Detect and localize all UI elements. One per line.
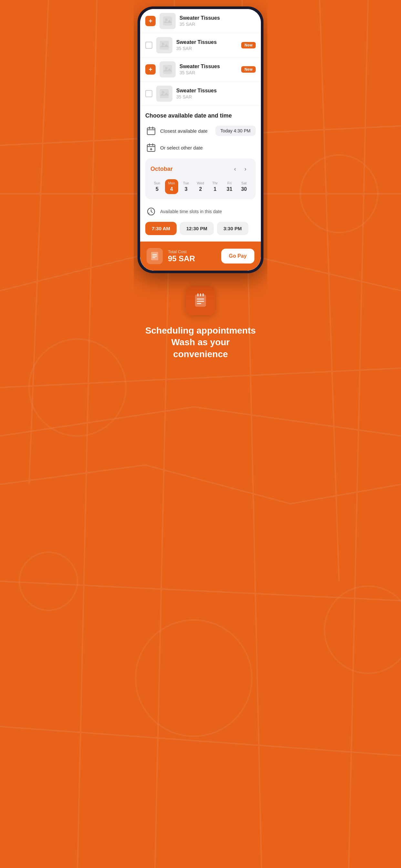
section-title: Choose available date and time: [145, 113, 256, 119]
app-icon-large: [186, 286, 215, 315]
calendar-day[interactable]: Sun5: [150, 179, 164, 194]
time-slots-header: Available time slots in this date: [145, 206, 256, 217]
svg-rect-29: [160, 89, 169, 98]
product-price-1: 35 SAR: [180, 22, 256, 27]
calendar-day[interactable]: Wed2: [194, 179, 207, 194]
time-slots-label: Available time slots in this date: [160, 209, 222, 214]
other-date-row[interactable]: Or select other date: [145, 142, 256, 153]
date-time-section: Choose available date and time Closest a…: [140, 106, 261, 242]
day-number: 2: [199, 186, 202, 192]
closest-date-label: Closest available date: [160, 128, 212, 134]
time-slot-button[interactable]: 12:30 PM: [180, 222, 214, 235]
footer-bar: Total Cost 95 SAR Go Pay: [140, 242, 261, 271]
product-name-2: Sweater Tissues: [176, 39, 237, 45]
day-name: Tue: [183, 181, 189, 185]
tagline-line2: Wash as your convenience: [143, 337, 258, 360]
svg-rect-25: [160, 41, 169, 50]
svg-point-30: [162, 91, 164, 94]
product-price-2: 35 SAR: [176, 46, 237, 51]
add-to-cart-button-1[interactable]: +: [145, 16, 156, 26]
phone-frame: + Sweater Tissues 35 SAR: [137, 6, 264, 273]
calendar-next-button[interactable]: ›: [240, 164, 251, 174]
phone-wrapper: + Sweater Tissues 35 SAR: [134, 0, 267, 273]
product-info-1: Sweater Tissues 35 SAR: [180, 15, 256, 27]
calendar-icon: [145, 125, 157, 136]
time-slot-button[interactable]: 7:30 AM: [145, 222, 177, 235]
calendar-day[interactable]: Tue3: [180, 179, 193, 194]
total-cost-label: Total Cost: [168, 249, 216, 254]
time-slot-button[interactable]: 3:30 PM: [217, 222, 248, 235]
calendar: Octobar ‹ › Sun5Mon4Tue3Wed2Thr1Fri31Sat…: [145, 159, 256, 199]
calendar-day[interactable]: Fri31: [223, 179, 236, 194]
day-number: 4: [170, 186, 173, 192]
calendar-header: Octobar ‹ ›: [150, 164, 251, 174]
product-name-3: Sweater Tissues: [180, 64, 237, 69]
tagline-line1: Scheduling appointments: [143, 325, 258, 337]
day-number: 5: [156, 186, 158, 192]
product-image-2: [156, 37, 173, 53]
clock-icon: [145, 206, 157, 217]
product-image-4: [156, 86, 173, 102]
new-badge-3: New: [241, 66, 256, 73]
product-list: + Sweater Tissues 35 SAR: [140, 9, 261, 106]
product-info-4: Sweater Tissues 35 SAR: [176, 88, 256, 99]
closest-date-value: Today 4:30 PM: [215, 126, 256, 136]
screen-content: + Sweater Tissues 35 SAR: [140, 9, 261, 271]
add-to-cart-button-3[interactable]: +: [145, 64, 156, 74]
svg-point-26: [162, 42, 164, 45]
phone-screen: + Sweater Tissues 35 SAR: [140, 9, 261, 271]
product-checkbox-4[interactable]: [145, 90, 152, 97]
day-number: 3: [185, 186, 188, 192]
svg-rect-49: [195, 294, 206, 307]
product-image-3: [159, 61, 176, 78]
list-item: Sweater Tissues 35 SAR New: [140, 33, 261, 58]
product-info-3: Sweater Tissues 35 SAR: [180, 64, 237, 75]
calendar-month: Octobar: [150, 166, 230, 173]
list-item: Sweater Tissues 35 SAR: [140, 82, 261, 106]
calendar-day[interactable]: Sat30: [237, 179, 251, 194]
product-checkbox-2[interactable]: [145, 42, 152, 49]
list-item: + Sweater Tissues 35 SAR: [140, 58, 261, 82]
calendar-plus-icon: [145, 142, 157, 153]
time-slots-section: Available time slots in this date 7:30 A…: [145, 206, 256, 235]
day-name: Wed: [197, 181, 204, 185]
svg-rect-23: [163, 17, 172, 26]
day-name: Mon: [168, 181, 175, 185]
day-number: 30: [241, 186, 247, 192]
day-name: Sat: [241, 181, 247, 185]
bottom-section: Scheduling appointments Wash as your con…: [134, 273, 267, 376]
other-date-label: Or select other date: [160, 145, 256, 151]
svg-point-28: [165, 67, 167, 69]
total-cost-info: Total Cost 95 SAR: [168, 249, 216, 263]
total-cost-amount: 95 SAR: [168, 254, 216, 263]
day-number: 31: [227, 186, 233, 192]
calendar-days-grid: Sun5Mon4Tue3Wed2Thr1Fri31Sat30: [150, 179, 251, 194]
product-name-4: Sweater Tissues: [176, 88, 256, 94]
list-item: + Sweater Tissues 35 SAR: [140, 9, 261, 33]
day-name: Sun: [154, 181, 160, 185]
product-image-1: [159, 13, 176, 29]
new-badge-2: New: [241, 42, 256, 49]
day-name: Thr: [212, 181, 218, 185]
calendar-prev-button[interactable]: ‹: [230, 164, 240, 174]
day-name: Fri: [227, 181, 232, 185]
closest-date-row: Closest available date Today 4:30 PM: [145, 125, 256, 136]
calendar-day[interactable]: Mon4: [165, 179, 178, 194]
receipt-icon: [147, 248, 163, 264]
product-info-2: Sweater Tissues 35 SAR: [176, 39, 237, 51]
product-price-4: 35 SAR: [176, 94, 256, 99]
tagline: Scheduling appointments Wash as your con…: [143, 325, 258, 360]
go-pay-button[interactable]: Go Pay: [221, 249, 254, 264]
svg-rect-31: [147, 128, 155, 135]
svg-rect-27: [163, 65, 172, 74]
product-price-3: 35 SAR: [180, 70, 237, 75]
product-name-1: Sweater Tissues: [180, 15, 256, 21]
time-slots-row: 7:30 AM12:30 PM3:30 PM: [145, 222, 256, 235]
svg-point-24: [165, 19, 167, 21]
day-number: 1: [213, 186, 216, 192]
calendar-day[interactable]: Thr1: [208, 179, 221, 194]
svg-line-43: [151, 212, 152, 213]
